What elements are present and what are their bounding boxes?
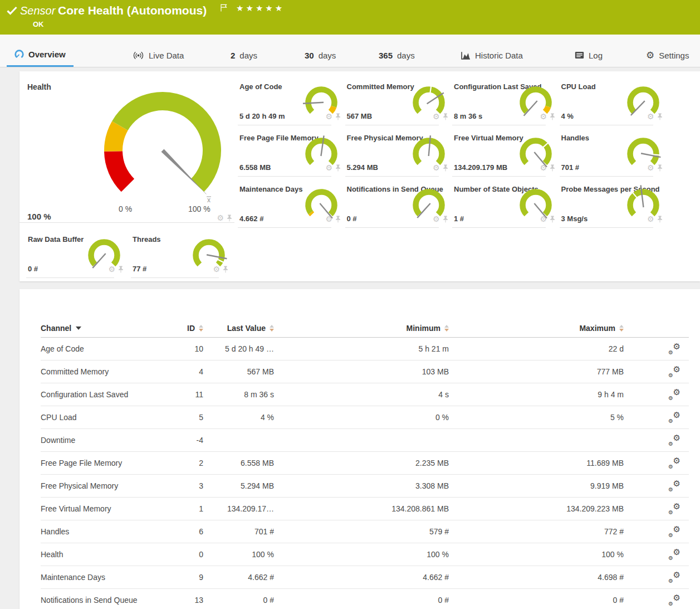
gear-icon[interactable]: ⚙ [647, 215, 654, 223]
minimum: 4 s [274, 390, 449, 399]
gear-icon[interactable]: ⚙ [540, 164, 547, 172]
table-row[interactable]: Configuration Last Saved118 m 36 s4 s9 h… [41, 383, 689, 406]
pin-icon[interactable] [335, 113, 341, 120]
table-row[interactable]: Committed Memory4567 MB103 MB777 MB⚙⚙ [41, 360, 689, 383]
channel-settings-icon[interactable]: ⚙⚙ [669, 594, 681, 605]
tab-historic-data[interactable]: Historic Data [453, 35, 531, 67]
gear-icon[interactable]: ⚙ [213, 265, 220, 273]
table-row[interactable]: Free Virtual Memory1134.209.17…134.208.8… [41, 498, 689, 520]
pin-icon[interactable] [657, 113, 663, 120]
channel-settings-icon[interactable]: ⚙⚙ [669, 503, 681, 514]
pin-icon[interactable] [443, 113, 448, 120]
gauge-card-threads[interactable]: Threads77 #⚙ [130, 234, 231, 278]
gauge-card-probe-messages-per-second[interactable]: Probe Messages per Second3 Msg/s⚙ [559, 184, 665, 228]
column-header-channel[interactable]: Channel [41, 324, 184, 333]
channel-settings-icon[interactable]: ⚙⚙ [669, 411, 681, 422]
channel-settings-icon[interactable]: ⚙⚙ [669, 388, 681, 399]
gauge-title: Age of Code [239, 82, 282, 91]
table-row[interactable]: Free Page File Memory26.558 MB2.235 MB11… [41, 452, 689, 475]
channel-id: 5 [184, 413, 203, 422]
column-header-id[interactable]: ID [184, 324, 203, 333]
channel-id: 10 [184, 344, 203, 353]
tab-2-days[interactable]: 2days [223, 35, 265, 67]
gear-icon[interactable]: ⚙ [540, 113, 547, 120]
gear-icon[interactable]: ⚙ [217, 214, 224, 222]
gauge-card-cpu-load[interactable]: CPU Load4 %⚙ [559, 81, 665, 125]
table-row[interactable]: Free Physical Memory35.294 MB3.308 MB9.9… [41, 475, 689, 498]
table-header-row: ChannelIDLast ValueMinimumMaximum [41, 319, 689, 338]
flag-icon[interactable] [221, 4, 227, 14]
channel-settings-icon[interactable]: ⚙⚙ [669, 571, 681, 582]
gauge-card-committed-memory[interactable]: Committed Memory567 MB⚙ [344, 81, 451, 125]
column-header-minimum[interactable]: Minimum [274, 324, 449, 333]
gear-icon[interactable]: ⚙ [647, 164, 654, 172]
pin-icon[interactable] [550, 216, 555, 223]
table-row[interactable]: Age of Code105 d 20 h 49 …5 h 21 m22 d⚙⚙ [41, 338, 689, 360]
gauge-card-free-virtual-memory[interactable]: Free Virtual Memory134.209.179 MB⚙ [451, 133, 558, 177]
gauge-needle [640, 185, 643, 207]
tab-365-days[interactable]: 365days [371, 35, 423, 67]
pin-icon[interactable] [550, 164, 555, 172]
tab-label: days [397, 51, 415, 60]
minimum: 5 h 21 m [274, 344, 449, 353]
settings-icon: ⚙ [646, 51, 654, 60]
gear-icon[interactable]: ⚙ [433, 113, 440, 120]
channel-settings-icon[interactable]: ⚙⚙ [669, 366, 681, 377]
gauge-card-number-of-state-objects[interactable]: Number of State Objects1 #⚙ [451, 184, 558, 228]
gear-icon[interactable]: ⚙ [325, 113, 332, 120]
gauge-card-notifications-in-send-queue[interactable]: Notifications in Send Queue0 #⚙ [344, 184, 451, 228]
pin-icon[interactable] [443, 216, 448, 223]
maximum: 22 d [449, 344, 624, 353]
gauge-needle [161, 149, 204, 192]
tab-log[interactable]: Log [567, 35, 610, 67]
gauge-card-age-of-code[interactable]: Age of Code5 d 20 h 49 m⚙ [237, 81, 344, 125]
channel-settings-icon[interactable]: ⚙⚙ [669, 434, 681, 445]
channel-settings-icon[interactable]: ⚙⚙ [669, 525, 681, 537]
tab-settings[interactable]: ⚙Settings [638, 35, 697, 67]
table-row[interactable]: Downtime-4⚙⚙ [41, 429, 689, 452]
channel-settings-icon[interactable]: ⚙⚙ [669, 343, 681, 354]
gear-icon[interactable]: ⚙ [325, 215, 332, 223]
mean-marker: x [207, 196, 211, 204]
gear-icon[interactable]: ⚙ [540, 215, 547, 223]
gear-icon[interactable]: ⚙ [647, 113, 654, 120]
pin-icon[interactable] [657, 216, 663, 223]
tab-overview[interactable]: Overview [7, 35, 74, 67]
channel-settings-icon[interactable]: ⚙⚙ [669, 548, 681, 559]
gear-icon[interactable]: ⚙ [433, 164, 440, 172]
table-row[interactable]: CPU Load54 %0 %5 %⚙⚙ [41, 406, 689, 429]
gauge-card-health[interactable]: Health x 0 % 100 % 100 % ⚙ [27, 81, 237, 223]
table-row[interactable]: Health0100 %100 %100 %⚙⚙ [41, 543, 689, 566]
channel-settings-icon[interactable]: ⚙⚙ [669, 480, 681, 491]
channel-settings-icon[interactable]: ⚙⚙ [669, 457, 681, 468]
gear-icon[interactable]: ⚙ [433, 215, 440, 223]
tab-live-data[interactable]: Live Data [125, 35, 192, 67]
pin-icon[interactable] [223, 266, 228, 273]
gauge-card-free-physical-memory[interactable]: Free Physical Memory5.294 MB⚙ [344, 133, 451, 177]
pin-icon[interactable] [550, 113, 555, 120]
column-header-last-value[interactable]: Last Value [203, 324, 274, 333]
gauge-card-handles[interactable]: Handles701 #⚙ [559, 133, 665, 177]
table-row[interactable]: Notifications in Send Queue130 #0 #0 #⚙⚙ [41, 589, 689, 609]
pin-icon[interactable] [657, 164, 663, 172]
pin-icon[interactable] [443, 164, 448, 172]
gauge-card-raw-data-buffer[interactable]: Raw Data Buffer0 #⚙ [25, 234, 126, 278]
gear-icon[interactable]: ⚙ [108, 265, 115, 273]
gauge-card-maintenance-days[interactable]: Maintenance Days4.662 #⚙ [237, 184, 344, 228]
column-header-maximum[interactable]: Maximum [449, 324, 624, 333]
last-value: 4.662 # [203, 573, 274, 582]
pin-icon[interactable] [335, 164, 341, 172]
pin-icon[interactable] [118, 266, 124, 273]
table-row[interactable]: Maintenance Days94.662 #4.662 #4.698 #⚙⚙ [41, 566, 689, 589]
priority-stars[interactable]: ★★★★★ [236, 3, 285, 13]
gauge-card-free-page-file-memory[interactable]: Free Page File Memory6.558 MB⚙ [237, 133, 344, 177]
gear-icon[interactable]: ⚙ [325, 164, 332, 172]
pin-icon[interactable] [335, 216, 341, 223]
table-row[interactable]: Handles6701 #579 #772 #⚙⚙ [41, 520, 689, 543]
status-check-icon [6, 6, 18, 17]
tab-label: Overview [28, 50, 66, 59]
gauge-card-configuration-last-saved[interactable]: Configuration Last Saved8 m 36 s⚙ [451, 81, 558, 125]
pin-icon[interactable] [227, 215, 232, 222]
last-value: 0 # [203, 596, 274, 605]
tab-30-days[interactable]: 30days [297, 35, 344, 67]
